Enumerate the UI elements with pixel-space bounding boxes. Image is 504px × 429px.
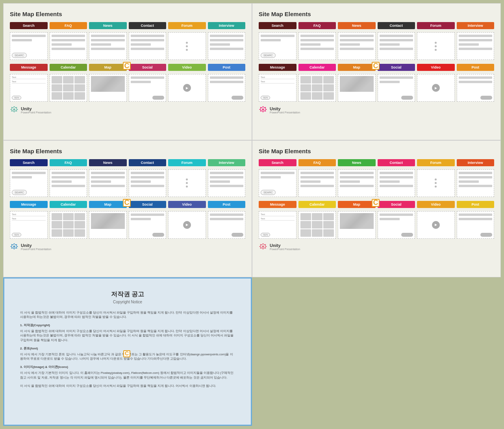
s3-logo-sub: PowerPoint Presentation <box>21 248 51 251</box>
nav4-message[interactable]: Message <box>259 201 296 208</box>
s4-social-card <box>378 211 415 239</box>
nav-faq[interactable]: FAQ <box>50 22 87 29</box>
slide-1-nav-top: Search FAQ News Contact Forum Interview <box>10 22 245 29</box>
s3-search-box[interactable]: SEARC <box>12 190 27 195</box>
s2-search-card: SEARC <box>259 32 296 60</box>
s4-logo-name: Unity <box>270 243 300 248</box>
s4-search-box[interactable]: SEARC <box>261 190 276 195</box>
s4-news-card <box>338 169 376 197</box>
svg-point-7 <box>262 245 264 248</box>
calendar-card <box>50 74 87 102</box>
s2-message-card: Text Text SEN <box>259 74 296 102</box>
nav3-video[interactable]: Video <box>168 201 206 208</box>
nav4-map[interactable]: Map <box>338 201 376 208</box>
nav3-search[interactable]: Search <box>10 159 48 166</box>
s2-post-card <box>457 74 495 102</box>
s3-forum-card <box>168 169 206 197</box>
s3-map-card <box>89 211 127 239</box>
search-box[interactable]: SEARC <box>12 53 27 58</box>
s3-play-button[interactable]: ▶ <box>183 221 191 229</box>
s3-social-card <box>129 211 167 239</box>
nav4-video[interactable]: Video <box>417 201 455 208</box>
nav2-map[interactable]: Map <box>338 64 376 71</box>
s2-map-card <box>338 74 376 102</box>
s2-play-button[interactable]: ▶ <box>432 84 440 92</box>
nav3-news[interactable]: News <box>89 159 127 166</box>
nav4-news[interactable]: News <box>338 159 376 166</box>
s4-interview-card <box>457 169 495 197</box>
nav2-contact[interactable]: Contact <box>378 22 415 29</box>
s3-faq-card <box>50 169 87 197</box>
s4-send-button[interactable]: SEN <box>261 233 270 237</box>
slide-2-footer: Unity PowerPoint Presentation <box>259 106 494 114</box>
nav2-news[interactable]: News <box>338 22 376 29</box>
nav3-forum[interactable]: Forum <box>168 159 206 166</box>
copyright-s3-content: 이 서식 에서 가장 기본적인 이미지 입니다. 이 홈페이지는 Pixabay… <box>20 371 233 379</box>
nav4-faq[interactable]: FAQ <box>298 159 336 166</box>
nav2-faq[interactable]: FAQ <box>298 22 336 29</box>
nav3-calendar[interactable]: Calendar <box>50 201 87 208</box>
play-button[interactable]: ▶ <box>183 84 191 92</box>
s2-calendar-card <box>298 74 336 102</box>
slide-2-cards-bottom: Text Text SEN ▶ <box>259 74 494 102</box>
s2-forum-card <box>417 32 455 60</box>
s3-send-button[interactable]: SEN <box>12 233 21 237</box>
contact-card <box>129 32 167 60</box>
nav4-social[interactable]: Social <box>378 201 415 208</box>
s2-video-card: ▶ <box>417 74 455 102</box>
s2-faq-card <box>298 32 336 60</box>
nav-forum[interactable]: Forum <box>168 22 206 29</box>
nav-calendar[interactable]: Calendar <box>50 64 87 71</box>
nav2-video[interactable]: Video <box>417 64 455 71</box>
slide-1: Site Map Elements Search FAQ News Contac… <box>3 3 252 140</box>
s2-search-box[interactable]: SEARC <box>261 53 276 58</box>
nav4-interview[interactable]: Interview <box>457 159 495 166</box>
nav2-interview[interactable]: Interview <box>457 22 495 29</box>
nav4-post[interactable]: Post <box>457 201 495 208</box>
s2-send-button[interactable]: SEN <box>261 96 270 100</box>
s4-post-card <box>457 211 495 239</box>
send-button[interactable]: SEN <box>12 96 21 100</box>
nav4-forum[interactable]: Forum <box>417 159 455 166</box>
s4-play-button[interactable]: ▶ <box>432 221 440 229</box>
nav-news[interactable]: News <box>89 22 127 29</box>
nav-message[interactable]: Message <box>10 64 48 71</box>
nav4-contact[interactable]: Contact <box>378 159 415 166</box>
copyright-section-2: 2. 폰트(font) 이 서식 에서 가장 기본적인 폰트 입니다. 나눔고딕… <box>20 346 235 361</box>
copyright-section-1: 1. 저작권(Copyright) 이 서식 을 합법적인 쉬에 대하여 이미지… <box>20 323 235 342</box>
nav-map[interactable]: Map <box>89 64 127 71</box>
nav3-message[interactable]: Message <box>10 201 48 208</box>
nav-search[interactable]: Search <box>10 22 48 29</box>
video-card: ▶ <box>168 74 206 102</box>
nav2-social[interactable]: Social <box>378 64 415 71</box>
copyright-title-kr: 저작권 공고 <box>20 290 235 299</box>
s3-news-card <box>89 169 127 197</box>
nav-interview[interactable]: Interview <box>208 22 246 29</box>
nav3-post[interactable]: Post <box>208 201 246 208</box>
nav2-search[interactable]: Search <box>259 22 296 29</box>
slide-4-cards-top: SEARC <box>259 169 494 197</box>
copyright-body: 이 서식 을 합법적인 쉬에 대하여 이미지 구성요소를 당신이 어서씩서 파일… <box>20 310 235 388</box>
nav2-message[interactable]: Message <box>259 64 296 71</box>
nav4-search[interactable]: Search <box>259 159 296 166</box>
nav3-interview[interactable]: Interview <box>208 159 246 166</box>
slide-4: Site Map Elements Search FAQ News Contac… <box>252 140 501 277</box>
nav3-contact[interactable]: Contact <box>129 159 167 166</box>
slide-4-cards-bottom: Text Text SEN ▶ <box>259 211 494 239</box>
nav-post[interactable]: Post <box>208 64 246 71</box>
nav-contact[interactable]: Contact <box>129 22 167 29</box>
nav2-forum[interactable]: Forum <box>417 22 455 29</box>
nav3-social[interactable]: Social <box>129 201 167 208</box>
nav-social[interactable]: Social <box>129 64 167 71</box>
nav2-post[interactable]: Post <box>457 64 495 71</box>
nav4-calendar[interactable]: Calendar <box>298 201 336 208</box>
nav-video[interactable]: Video <box>168 64 206 71</box>
nav2-calendar[interactable]: Calendar <box>298 64 336 71</box>
nav3-faq[interactable]: FAQ <box>50 159 87 166</box>
nav3-map[interactable]: Map <box>89 201 127 208</box>
message-card: Text Text SEN <box>10 74 48 102</box>
s2-contact-card <box>378 32 415 60</box>
c-marker-3: C <box>123 199 131 207</box>
s3-calendar-card <box>50 211 87 239</box>
slide-3-cards-top: SEARC <box>10 169 245 197</box>
